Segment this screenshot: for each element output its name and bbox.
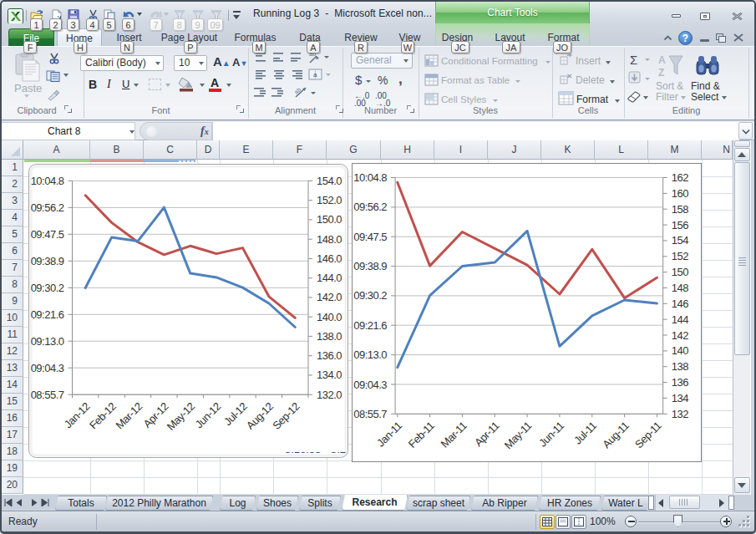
svg-text:154: 154 bbox=[672, 234, 688, 247]
svg-text:08:55.7: 08:55.7 bbox=[31, 389, 64, 401]
svg-text:142.0: 142.0 bbox=[317, 291, 342, 303]
svg-text:156: 156 bbox=[672, 219, 688, 231]
svg-text:136: 136 bbox=[672, 376, 688, 389]
svg-text:148: 148 bbox=[672, 282, 688, 294]
svg-text:09:47.5: 09:47.5 bbox=[31, 228, 64, 241]
svg-text:150: 150 bbox=[672, 266, 688, 278]
svg-text:146.0: 146.0 bbox=[317, 252, 342, 265]
svg-text:134.0: 134.0 bbox=[317, 369, 342, 381]
svg-text:154.0: 154.0 bbox=[317, 175, 342, 187]
svg-text:158: 158 bbox=[672, 203, 688, 216]
svg-text:138.0: 138.0 bbox=[317, 330, 342, 343]
svg-text:160: 160 bbox=[672, 187, 688, 200]
svg-text:09:04.3: 09:04.3 bbox=[31, 362, 64, 374]
svg-text:144: 144 bbox=[672, 313, 688, 326]
svg-text:146: 146 bbox=[672, 298, 688, 310]
svg-text:136.0: 136.0 bbox=[317, 349, 342, 362]
svg-text:09:38.9: 09:38.9 bbox=[31, 255, 64, 267]
svg-text:134: 134 bbox=[672, 392, 688, 404]
svg-text:09:04.3: 09:04.3 bbox=[353, 379, 387, 391]
svg-text:152: 152 bbox=[672, 250, 688, 262]
svg-text:150.0: 150.0 bbox=[317, 213, 342, 226]
svg-text:09:13.0: 09:13.0 bbox=[353, 348, 387, 361]
svg-text:09:47.5: 09:47.5 bbox=[353, 231, 387, 243]
svg-text:a: a bbox=[313, 71, 317, 79]
svg-text:ab: ab bbox=[294, 86, 302, 94]
svg-text:10:04.8: 10:04.8 bbox=[353, 171, 387, 184]
svg-text:09:30.2: 09:30.2 bbox=[353, 289, 387, 302]
svg-text:09:38.9: 09:38.9 bbox=[353, 260, 387, 272]
svg-text:Z: Z bbox=[658, 67, 664, 79]
svg-text:162: 162 bbox=[672, 171, 688, 184]
svg-text:152.0: 152.0 bbox=[317, 194, 342, 206]
svg-text:09:21.6: 09:21.6 bbox=[31, 308, 64, 321]
svg-text:08:55.7: 08:55.7 bbox=[353, 408, 387, 420]
svg-text:09:56.2: 09:56.2 bbox=[31, 201, 64, 214]
svg-text:138: 138 bbox=[672, 360, 688, 373]
svg-text:09:56.2: 09:56.2 bbox=[353, 201, 387, 213]
svg-text:10:04.8: 10:04.8 bbox=[31, 175, 64, 187]
svg-text:142: 142 bbox=[672, 329, 688, 342]
svg-text:132: 132 bbox=[672, 408, 688, 420]
svg-text:140.0: 140.0 bbox=[317, 311, 342, 323]
svg-text:09:30.2: 09:30.2 bbox=[31, 282, 64, 294]
svg-text:140: 140 bbox=[672, 344, 688, 357]
svg-text:A: A bbox=[658, 54, 666, 66]
svg-text:148.0: 148.0 bbox=[317, 233, 342, 246]
svg-text:09:13.0: 09:13.0 bbox=[31, 335, 64, 348]
svg-text:09:21.6: 09:21.6 bbox=[353, 319, 387, 332]
svg-text:144.0: 144.0 bbox=[317, 272, 342, 284]
svg-text:132.0: 132.0 bbox=[317, 389, 342, 401]
